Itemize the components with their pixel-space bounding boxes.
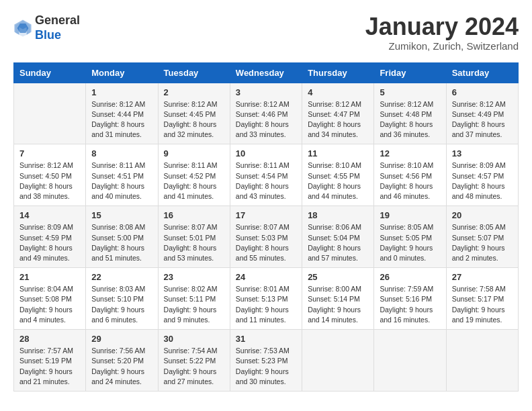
day-number: 12 bbox=[380, 148, 440, 158]
location: Zumikon, Zurich, Switzerland bbox=[365, 40, 519, 52]
day-info: Sunrise: 8:12 AMSunset: 4:49 PMDaylight:… bbox=[452, 99, 513, 140]
calendar-cell: 25Sunrise: 8:00 AMSunset: 5:14 PMDayligh… bbox=[302, 268, 374, 330]
day-info: Sunrise: 8:03 AMSunset: 5:10 PMDaylight:… bbox=[91, 284, 152, 325]
calendar-cell: 8Sunrise: 8:11 AMSunset: 4:51 PMDaylight… bbox=[86, 144, 158, 206]
day-number: 2 bbox=[164, 87, 224, 97]
day-info: Sunrise: 8:07 AMSunset: 5:01 PMDaylight:… bbox=[164, 222, 224, 263]
calendar-cell: 24Sunrise: 8:01 AMSunset: 5:13 PMDayligh… bbox=[230, 268, 302, 330]
day-number: 29 bbox=[91, 334, 152, 344]
day-number: 8 bbox=[91, 148, 152, 158]
day-number: 14 bbox=[19, 210, 80, 220]
day-header-thursday: Thursday bbox=[302, 62, 374, 83]
title-section: January 2024 Zumikon, Zurich, Switzerlan… bbox=[365, 13, 519, 52]
day-info: Sunrise: 8:12 AMSunset: 4:46 PMDaylight:… bbox=[236, 99, 296, 140]
day-number: 11 bbox=[308, 148, 368, 158]
calendar-cell: 16Sunrise: 8:07 AMSunset: 5:01 PMDayligh… bbox=[158, 206, 230, 268]
day-info: Sunrise: 8:12 AMSunset: 4:47 PMDaylight:… bbox=[308, 99, 368, 140]
day-info: Sunrise: 7:58 AMSunset: 5:17 PMDaylight:… bbox=[452, 284, 513, 325]
page-header: General Blue January 2024 Zumikon, Zuric… bbox=[13, 13, 519, 52]
calendar-cell: 7Sunrise: 8:12 AMSunset: 4:50 PMDaylight… bbox=[14, 144, 86, 206]
day-info: Sunrise: 8:05 AMSunset: 5:05 PMDaylight:… bbox=[380, 222, 440, 263]
day-number: 13 bbox=[452, 148, 513, 158]
calendar-body: 1Sunrise: 8:12 AMSunset: 4:44 PMDaylight… bbox=[14, 83, 519, 391]
day-number: 20 bbox=[452, 210, 513, 220]
day-number: 24 bbox=[236, 272, 296, 282]
logo: General Blue bbox=[13, 13, 80, 42]
day-info: Sunrise: 8:12 AMSunset: 4:44 PMDaylight:… bbox=[91, 99, 152, 140]
calendar-cell bbox=[14, 83, 86, 144]
calendar-cell: 6Sunrise: 8:12 AMSunset: 4:49 PMDaylight… bbox=[446, 83, 518, 144]
week-row-2: 7Sunrise: 8:12 AMSunset: 4:50 PMDaylight… bbox=[14, 144, 519, 206]
calendar-cell bbox=[302, 330, 374, 392]
day-number: 5 bbox=[380, 87, 440, 97]
day-number: 31 bbox=[236, 334, 296, 344]
day-number: 22 bbox=[91, 272, 152, 282]
calendar-cell: 4Sunrise: 8:12 AMSunset: 4:47 PMDaylight… bbox=[302, 83, 374, 144]
calendar-cell: 5Sunrise: 8:12 AMSunset: 4:48 PMDaylight… bbox=[374, 83, 446, 144]
day-info: Sunrise: 8:09 AMSunset: 4:57 PMDaylight:… bbox=[452, 161, 513, 201]
calendar-cell: 27Sunrise: 7:58 AMSunset: 5:17 PMDayligh… bbox=[446, 268, 518, 330]
day-info: Sunrise: 8:11 AMSunset: 4:52 PMDaylight:… bbox=[164, 161, 224, 201]
calendar-cell: 9Sunrise: 8:11 AMSunset: 4:52 PMDaylight… bbox=[158, 144, 230, 206]
day-info: Sunrise: 8:12 AMSunset: 4:45 PMDaylight:… bbox=[164, 99, 224, 140]
week-row-3: 14Sunrise: 8:09 AMSunset: 4:59 PMDayligh… bbox=[14, 206, 519, 268]
day-header-friday: Friday bbox=[374, 62, 446, 83]
week-row-5: 28Sunrise: 7:57 AMSunset: 5:19 PMDayligh… bbox=[14, 330, 519, 392]
calendar-cell: 28Sunrise: 7:57 AMSunset: 5:19 PMDayligh… bbox=[14, 330, 86, 392]
logo-text: General Blue bbox=[35, 13, 80, 42]
day-info: Sunrise: 8:06 AMSunset: 5:04 PMDaylight:… bbox=[308, 222, 368, 263]
day-number: 18 bbox=[308, 210, 368, 220]
calendar-cell: 29Sunrise: 7:56 AMSunset: 5:20 PMDayligh… bbox=[86, 330, 158, 392]
calendar-cell: 22Sunrise: 8:03 AMSunset: 5:10 PMDayligh… bbox=[86, 268, 158, 330]
day-info: Sunrise: 8:00 AMSunset: 5:14 PMDaylight:… bbox=[308, 284, 368, 325]
day-number: 27 bbox=[452, 272, 513, 282]
day-info: Sunrise: 8:10 AMSunset: 4:56 PMDaylight:… bbox=[380, 161, 440, 201]
day-header-wednesday: Wednesday bbox=[230, 62, 302, 83]
day-header-sunday: Sunday bbox=[14, 62, 86, 83]
calendar-cell: 13Sunrise: 8:09 AMSunset: 4:57 PMDayligh… bbox=[446, 144, 518, 206]
calendar-cell bbox=[446, 330, 518, 392]
day-info: Sunrise: 8:05 AMSunset: 5:07 PMDaylight:… bbox=[452, 222, 513, 263]
calendar-cell: 26Sunrise: 7:59 AMSunset: 5:16 PMDayligh… bbox=[374, 268, 446, 330]
day-info: Sunrise: 8:04 AMSunset: 5:08 PMDaylight:… bbox=[19, 284, 80, 325]
day-info: Sunrise: 7:54 AMSunset: 5:22 PMDaylight:… bbox=[164, 346, 224, 387]
month-title: January 2024 bbox=[365, 13, 519, 40]
day-number: 17 bbox=[236, 210, 296, 220]
day-number: 30 bbox=[164, 334, 224, 344]
calendar-cell: 30Sunrise: 7:54 AMSunset: 5:22 PMDayligh… bbox=[158, 330, 230, 392]
day-number: 7 bbox=[19, 148, 80, 158]
day-number: 10 bbox=[236, 148, 296, 158]
calendar-cell: 15Sunrise: 8:08 AMSunset: 5:00 PMDayligh… bbox=[86, 206, 158, 268]
day-number: 1 bbox=[91, 87, 152, 97]
calendar-cell: 20Sunrise: 8:05 AMSunset: 5:07 PMDayligh… bbox=[446, 206, 518, 268]
day-info: Sunrise: 8:07 AMSunset: 5:03 PMDaylight:… bbox=[236, 222, 296, 263]
calendar-cell: 19Sunrise: 8:05 AMSunset: 5:05 PMDayligh… bbox=[374, 206, 446, 268]
calendar-cell: 2Sunrise: 8:12 AMSunset: 4:45 PMDaylight… bbox=[158, 83, 230, 144]
calendar-cell: 21Sunrise: 8:04 AMSunset: 5:08 PMDayligh… bbox=[14, 268, 86, 330]
calendar-cell: 10Sunrise: 8:11 AMSunset: 4:54 PMDayligh… bbox=[230, 144, 302, 206]
calendar-table: SundayMondayTuesdayWednesdayThursdayFrid… bbox=[13, 62, 519, 392]
day-info: Sunrise: 8:12 AMSunset: 4:48 PMDaylight:… bbox=[380, 99, 440, 140]
day-number: 23 bbox=[164, 272, 224, 282]
calendar-cell: 12Sunrise: 8:10 AMSunset: 4:56 PMDayligh… bbox=[374, 144, 446, 206]
week-row-1: 1Sunrise: 8:12 AMSunset: 4:44 PMDaylight… bbox=[14, 83, 519, 144]
day-number: 9 bbox=[164, 148, 224, 158]
day-number: 6 bbox=[452, 87, 513, 97]
calendar-cell: 14Sunrise: 8:09 AMSunset: 4:59 PMDayligh… bbox=[14, 206, 86, 268]
day-info: Sunrise: 7:56 AMSunset: 5:20 PMDaylight:… bbox=[91, 346, 152, 387]
day-info: Sunrise: 8:10 AMSunset: 4:55 PMDaylight:… bbox=[308, 161, 368, 201]
day-header-saturday: Saturday bbox=[446, 62, 518, 83]
calendar-cell: 23Sunrise: 8:02 AMSunset: 5:11 PMDayligh… bbox=[158, 268, 230, 330]
calendar-cell: 18Sunrise: 8:06 AMSunset: 5:04 PMDayligh… bbox=[302, 206, 374, 268]
day-info: Sunrise: 8:09 AMSunset: 4:59 PMDaylight:… bbox=[19, 222, 80, 263]
day-info: Sunrise: 8:12 AMSunset: 4:50 PMDaylight:… bbox=[19, 161, 80, 201]
day-info: Sunrise: 7:53 AMSunset: 5:23 PMDaylight:… bbox=[236, 346, 296, 387]
calendar-cell: 31Sunrise: 7:53 AMSunset: 5:23 PMDayligh… bbox=[230, 330, 302, 392]
calendar-cell: 1Sunrise: 8:12 AMSunset: 4:44 PMDaylight… bbox=[86, 83, 158, 144]
day-info: Sunrise: 8:01 AMSunset: 5:13 PMDaylight:… bbox=[236, 284, 296, 325]
day-number: 26 bbox=[380, 272, 440, 282]
day-info: Sunrise: 7:57 AMSunset: 5:19 PMDaylight:… bbox=[19, 346, 80, 387]
calendar-cell: 3Sunrise: 8:12 AMSunset: 4:46 PMDaylight… bbox=[230, 83, 302, 144]
day-number: 19 bbox=[380, 210, 440, 220]
day-number: 3 bbox=[236, 87, 296, 97]
